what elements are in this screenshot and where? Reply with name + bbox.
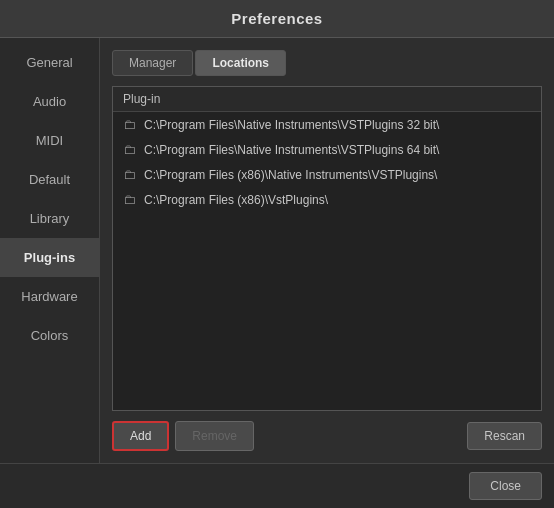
close-button[interactable]: Close: [469, 472, 542, 500]
sidebar-item-default[interactable]: Default: [0, 160, 99, 199]
sidebar-item-library[interactable]: Library: [0, 199, 99, 238]
footer: Close: [0, 463, 554, 508]
plugin-path: C:\Program Files (x86)\VstPlugins\: [144, 193, 328, 207]
plugin-path: C:\Program Files (x86)\Native Instrument…: [144, 168, 437, 182]
action-bar: Add Remove Rescan: [112, 421, 542, 451]
folder-icon: 🗀: [123, 167, 136, 182]
tab-bar: Manager Locations: [112, 50, 542, 76]
sidebar: General Audio MIDI Default Library Plug-…: [0, 38, 100, 463]
folder-icon: 🗀: [123, 142, 136, 157]
sidebar-item-colors[interactable]: Colors: [0, 316, 99, 355]
list-item[interactable]: 🗀 C:\Program Files\Native Instruments\VS…: [113, 112, 541, 137]
plugin-list-container: Plug-in 🗀 C:\Program Files\Native Instru…: [112, 86, 542, 411]
plugin-path: C:\Program Files\Native Instruments\VSTP…: [144, 118, 439, 132]
rescan-button[interactable]: Rescan: [467, 422, 542, 450]
tab-locations[interactable]: Locations: [195, 50, 286, 76]
action-bar-left: Add Remove: [112, 421, 254, 451]
list-item[interactable]: 🗀 C:\Program Files (x86)\VstPlugins\: [113, 187, 541, 212]
list-item[interactable]: 🗀 C:\Program Files\Native Instruments\VS…: [113, 137, 541, 162]
window-title: Preferences: [0, 10, 554, 27]
main-layout: General Audio MIDI Default Library Plug-…: [0, 38, 554, 463]
add-button[interactable]: Add: [112, 421, 169, 451]
sidebar-item-midi[interactable]: MIDI: [0, 121, 99, 160]
folder-icon: 🗀: [123, 192, 136, 207]
sidebar-item-hardware[interactable]: Hardware: [0, 277, 99, 316]
plugin-path: C:\Program Files\Native Instruments\VSTP…: [144, 143, 439, 157]
sidebar-item-audio[interactable]: Audio: [0, 82, 99, 121]
tab-manager[interactable]: Manager: [112, 50, 193, 76]
plugin-list[interactable]: 🗀 C:\Program Files\Native Instruments\VS…: [113, 112, 541, 410]
content-area: Manager Locations Plug-in 🗀 C:\Program F…: [100, 38, 554, 463]
remove-button[interactable]: Remove: [175, 421, 254, 451]
plugin-list-header: Plug-in: [113, 87, 541, 112]
list-item[interactable]: 🗀 C:\Program Files (x86)\Native Instrume…: [113, 162, 541, 187]
sidebar-item-plugins[interactable]: Plug-ins: [0, 238, 99, 277]
folder-icon: 🗀: [123, 117, 136, 132]
title-bar: Preferences: [0, 0, 554, 38]
sidebar-item-general[interactable]: General: [0, 43, 99, 82]
